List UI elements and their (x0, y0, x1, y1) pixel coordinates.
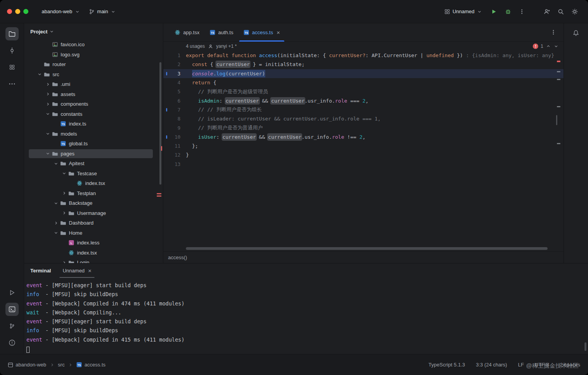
inspections-widget[interactable]: ! 1 (533, 44, 559, 49)
chevron-down-icon[interactable] (44, 151, 51, 156)
tool-window-button-terminal[interactable] (5, 303, 19, 316)
line-number[interactable]: 10 (163, 134, 186, 140)
tool-window-button-version-control[interactable] (5, 319, 19, 333)
line-number[interactable]: 5 (163, 89, 186, 94)
status-widget-lf[interactable]: LF (518, 362, 524, 368)
tree-item-src[interactable]: src (24, 70, 163, 80)
tree-item-dashboard[interactable]: Dashboard (24, 218, 163, 228)
horizontal-scrollbar[interactable] (186, 247, 548, 250)
usages-label[interactable]: 4 usages (186, 44, 205, 49)
tree-item-index-ts[interactable]: TSindex.ts (24, 119, 163, 129)
status-widget-2-spaces[interactable]: 2 spaces (560, 362, 580, 368)
tool-window-button-commit[interactable] (5, 44, 19, 57)
code-line-11[interactable]: 11 }; (163, 141, 564, 150)
tool-window-button-project[interactable] (5, 27, 19, 40)
code-line-1[interactable]: 1export default function access(initialS… (163, 51, 564, 60)
tree-item-testcase[interactable]: Testcase (24, 169, 163, 179)
branch-widget[interactable]: main (86, 7, 119, 17)
chevron-down-icon[interactable] (44, 131, 51, 136)
vertical-scrollbar[interactable] (556, 115, 557, 125)
code-line-9[interactable]: 9 // 判断用户是否为普通用户 (163, 123, 564, 132)
tool-window-button-problems[interactable] (5, 336, 19, 349)
project-panel-header[interactable]: Project (24, 23, 163, 40)
project-widget[interactable]: abandon-web (38, 7, 83, 16)
chevron-right-icon[interactable] (44, 82, 51, 87)
status-widget-typescript-5-1-3[interactable]: TypeScript 5.1.3 (429, 362, 465, 368)
line-number[interactable]: 12 (163, 152, 186, 158)
code-line-2[interactable]: 2 const { currentUser } = initialState; (163, 60, 564, 69)
code-line-6[interactable]: 6 isAdmin: currentUser && currentUser.us… (163, 96, 564, 105)
line-number[interactable]: 6 (163, 98, 186, 104)
chevron-right-icon[interactable] (61, 210, 68, 216)
add-user-button[interactable] (541, 5, 553, 18)
status-widget-utf-8[interactable]: UTF-8 (535, 362, 549, 368)
chevron-right-icon[interactable] (52, 220, 60, 226)
chevron-down-icon[interactable] (52, 230, 60, 235)
tree-item-favicon-ico[interactable]: favicon.ico (24, 40, 163, 50)
terminal-title[interactable]: Terminal (30, 268, 51, 274)
editor-tab-auth-ts[interactable]: TSauth.ts (205, 23, 238, 41)
terminal-scrollbar[interactable] (584, 342, 586, 351)
code-line-10[interactable]: 10 isUser: currentUser && currentUser.us… (163, 133, 564, 141)
next-error-button[interactable] (553, 44, 559, 49)
tree-item-router[interactable]: router (24, 59, 163, 70)
tree-item-constants[interactable]: constants (24, 109, 163, 119)
terminal-output[interactable]: event- [MFSU][eager] start build depsinf… (24, 278, 588, 354)
code-line-8[interactable]: 8 // isLeader: currentUser && currentUse… (163, 114, 564, 123)
terminal-tab[interactable]: Unnamed × (63, 263, 91, 278)
tree-item-usermanage[interactable]: Usermanage (24, 208, 163, 218)
line-number[interactable]: 7 (163, 107, 186, 113)
tree-item-login[interactable]: Login (24, 258, 163, 263)
breadcrumb[interactable]: access() (168, 255, 187, 260)
editor-tab-app-tsx[interactable]: app.tsx (170, 23, 205, 41)
chevron-right-icon[interactable] (44, 91, 51, 97)
chevron-down-icon[interactable] (61, 171, 68, 176)
chevron-down-icon[interactable] (36, 72, 43, 77)
tree-item-models[interactable]: models (24, 129, 163, 139)
tree-item-global-ts[interactable]: TSglobal.ts (24, 139, 163, 149)
run-button[interactable] (488, 5, 500, 18)
tree-item-logo-svg[interactable]: logo.svg (24, 50, 163, 60)
status-breadcrumb-item[interactable]: src (58, 362, 65, 368)
tree-item-components[interactable]: components (24, 99, 163, 109)
more-button[interactable] (516, 5, 528, 18)
editor-tab-access-ts[interactable]: TSaccess.ts× (238, 23, 285, 41)
chevron-right-icon[interactable] (44, 101, 51, 107)
tool-window-button-structure[interactable] (5, 61, 19, 74)
settings-button[interactable] (569, 5, 581, 18)
tool-window-button-run[interactable] (5, 286, 19, 299)
chevron-down-icon[interactable] (52, 201, 60, 206)
tree-item-index-tsx[interactable]: index.tsx (24, 248, 163, 258)
code-line-13[interactable]: 13 (163, 160, 564, 169)
line-number[interactable]: 3 (163, 71, 186, 77)
code-line-12[interactable]: 12} (163, 150, 564, 159)
chevron-down-icon[interactable] (52, 161, 60, 166)
previous-error-button[interactable] (546, 44, 551, 49)
status-breadcrumb-item[interactable]: abandon-web (8, 362, 46, 368)
line-number[interactable]: 1 (163, 52, 186, 58)
close-icon[interactable]: × (276, 30, 280, 35)
chevron-right-icon[interactable] (61, 190, 68, 196)
tree-item-backstage[interactable]: Backstage (24, 198, 163, 208)
minimize-window-button[interactable] (15, 9, 20, 14)
tree-item-apitest[interactable]: Apitest (24, 159, 163, 169)
debug-button[interactable] (502, 5, 514, 18)
status-widget-3-3-24-chars-[interactable]: 3:3 (24 chars) (476, 362, 507, 368)
line-number[interactable]: 13 (163, 161, 186, 167)
search-button[interactable] (555, 5, 567, 18)
tree-item-index-tsx[interactable]: index.tsx (24, 178, 163, 188)
code-line-4[interactable]: 4 return { (163, 78, 564, 87)
zoom-window-button[interactable] (23, 9, 28, 14)
code-line-7[interactable]: 7 // // 判断用户是否为组长 (163, 105, 564, 114)
line-number[interactable]: 8 (163, 116, 186, 122)
status-breadcrumb-item[interactable]: TSaccess.ts (76, 362, 105, 368)
tree-item-assets[interactable]: assets (24, 89, 163, 99)
close-window-button[interactable] (7, 9, 12, 14)
tree-item-home[interactable]: Home (24, 228, 163, 238)
code-editor[interactable]: 1export default function access(initialS… (163, 51, 564, 251)
line-number[interactable]: 9 (163, 125, 186, 131)
run-config-widget[interactable]: Unnamed (441, 7, 485, 17)
line-number[interactable]: 11 (163, 143, 186, 149)
editor-tabs-menu-button[interactable] (547, 26, 560, 38)
line-number[interactable]: 2 (163, 61, 186, 67)
